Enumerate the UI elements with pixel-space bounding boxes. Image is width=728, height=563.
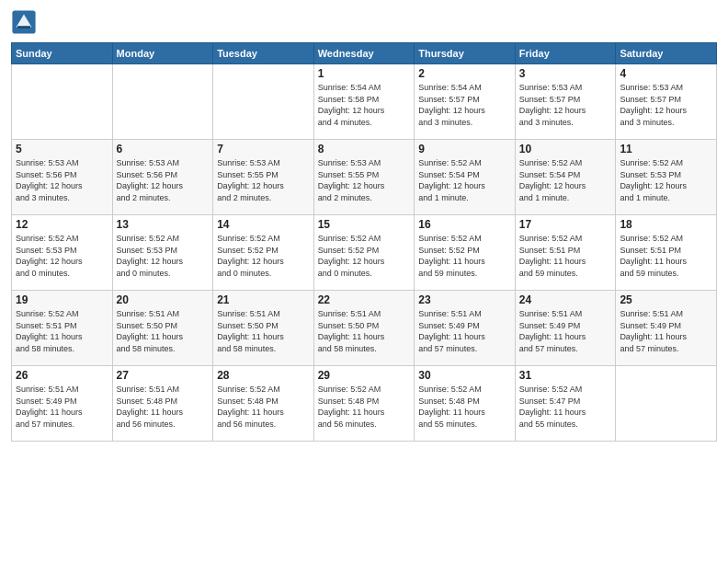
calendar-week-row: 5Sunrise: 5:53 AM Sunset: 5:56 PM Daylig…: [12, 140, 717, 215]
day-number: 6: [117, 143, 210, 155]
col-monday: Monday: [112, 43, 213, 64]
table-row: 9Sunrise: 5:52 AM Sunset: 5:54 PM Daylig…: [415, 140, 516, 215]
table-row: [12, 64, 113, 140]
table-row: 3Sunrise: 5:53 AM Sunset: 5:57 PM Daylig…: [515, 64, 616, 140]
day-info: Sunrise: 5:52 AM Sunset: 5:51 PM Dayligh…: [519, 233, 612, 279]
day-number: 11: [620, 143, 712, 155]
table-row: 11Sunrise: 5:52 AM Sunset: 5:53 PM Dayli…: [616, 140, 717, 215]
col-sunday: Sunday: [12, 43, 113, 64]
day-number: 13: [117, 218, 210, 231]
day-number: 1: [318, 67, 411, 80]
table-row: 21Sunrise: 5:51 AM Sunset: 5:50 PM Dayli…: [213, 291, 314, 366]
calendar-week-row: 26Sunrise: 5:51 AM Sunset: 5:49 PM Dayli…: [12, 366, 717, 442]
day-info: Sunrise: 5:52 AM Sunset: 5:52 PM Dayligh…: [418, 233, 511, 279]
day-number: 16: [418, 218, 511, 231]
col-wednesday: Wednesday: [313, 43, 415, 64]
day-info: Sunrise: 5:51 AM Sunset: 5:49 PM Dayligh…: [16, 384, 108, 430]
table-row: 6Sunrise: 5:53 AM Sunset: 5:56 PM Daylig…: [112, 140, 213, 215]
logo: [11, 9, 39, 35]
table-row: 2Sunrise: 5:54 AM Sunset: 5:57 PM Daylig…: [415, 64, 516, 140]
table-row: 19Sunrise: 5:52 AM Sunset: 5:51 PM Dayli…: [12, 291, 113, 366]
day-info: Sunrise: 5:51 AM Sunset: 5:48 PM Dayligh…: [117, 384, 210, 430]
day-number: 18: [620, 218, 712, 231]
table-row: [616, 366, 717, 442]
table-row: [213, 64, 314, 140]
table-row: 18Sunrise: 5:52 AM Sunset: 5:51 PM Dayli…: [616, 215, 717, 291]
table-row: 8Sunrise: 5:53 AM Sunset: 5:55 PM Daylig…: [313, 140, 415, 215]
table-row: 30Sunrise: 5:52 AM Sunset: 5:48 PM Dayli…: [415, 366, 516, 442]
day-info: Sunrise: 5:52 AM Sunset: 5:51 PM Dayligh…: [16, 308, 108, 354]
day-info: Sunrise: 5:52 AM Sunset: 5:54 PM Dayligh…: [519, 157, 612, 203]
day-info: Sunrise: 5:51 AM Sunset: 5:49 PM Dayligh…: [620, 308, 712, 354]
calendar-table: Sunday Monday Tuesday Wednesday Thursday…: [11, 42, 717, 442]
col-tuesday: Tuesday: [213, 43, 314, 64]
day-number: 31: [519, 369, 612, 382]
day-info: Sunrise: 5:53 AM Sunset: 5:55 PM Dayligh…: [318, 157, 411, 203]
table-row: 24Sunrise: 5:51 AM Sunset: 5:49 PM Dayli…: [515, 291, 616, 366]
day-info: Sunrise: 5:52 AM Sunset: 5:53 PM Dayligh…: [620, 157, 712, 203]
day-info: Sunrise: 5:52 AM Sunset: 5:53 PM Dayligh…: [16, 233, 108, 279]
day-info: Sunrise: 5:52 AM Sunset: 5:48 PM Dayligh…: [318, 384, 411, 430]
table-row: 25Sunrise: 5:51 AM Sunset: 5:49 PM Dayli…: [616, 291, 717, 366]
day-number: 20: [117, 293, 210, 306]
day-info: Sunrise: 5:52 AM Sunset: 5:48 PM Dayligh…: [418, 384, 511, 430]
day-info: Sunrise: 5:52 AM Sunset: 5:52 PM Dayligh…: [318, 233, 411, 279]
calendar-week-row: 12Sunrise: 5:52 AM Sunset: 5:53 PM Dayli…: [12, 215, 717, 291]
table-row: 12Sunrise: 5:52 AM Sunset: 5:53 PM Dayli…: [12, 215, 113, 291]
day-number: 23: [418, 293, 511, 306]
day-info: Sunrise: 5:51 AM Sunset: 5:50 PM Dayligh…: [318, 308, 411, 354]
calendar-week-row: 19Sunrise: 5:52 AM Sunset: 5:51 PM Dayli…: [12, 291, 717, 366]
table-row: 15Sunrise: 5:52 AM Sunset: 5:52 PM Dayli…: [313, 215, 415, 291]
table-row: 20Sunrise: 5:51 AM Sunset: 5:50 PM Dayli…: [112, 291, 213, 366]
day-number: 29: [318, 369, 411, 382]
day-number: 25: [620, 293, 712, 306]
day-number: 12: [16, 218, 108, 231]
day-number: 8: [318, 143, 411, 155]
table-row: 13Sunrise: 5:52 AM Sunset: 5:53 PM Dayli…: [112, 215, 213, 291]
day-info: Sunrise: 5:52 AM Sunset: 5:52 PM Dayligh…: [217, 233, 310, 279]
day-number: 30: [418, 369, 511, 382]
col-thursday: Thursday: [415, 43, 516, 64]
day-number: 24: [519, 293, 612, 306]
day-number: 22: [318, 293, 411, 306]
table-row: [112, 64, 213, 140]
table-row: 5Sunrise: 5:53 AM Sunset: 5:56 PM Daylig…: [12, 140, 113, 215]
day-number: 19: [16, 293, 108, 306]
col-saturday: Saturday: [616, 43, 717, 64]
day-number: 17: [519, 218, 612, 231]
day-number: 5: [16, 143, 108, 155]
table-row: 28Sunrise: 5:52 AM Sunset: 5:48 PM Dayli…: [213, 366, 314, 442]
table-row: 17Sunrise: 5:52 AM Sunset: 5:51 PM Dayli…: [515, 215, 616, 291]
day-info: Sunrise: 5:52 AM Sunset: 5:54 PM Dayligh…: [418, 157, 511, 203]
day-info: Sunrise: 5:53 AM Sunset: 5:57 PM Dayligh…: [519, 82, 612, 128]
day-number: 15: [318, 218, 411, 231]
day-number: 3: [519, 67, 612, 80]
table-row: 1Sunrise: 5:54 AM Sunset: 5:58 PM Daylig…: [313, 64, 415, 140]
table-row: 31Sunrise: 5:52 AM Sunset: 5:47 PM Dayli…: [515, 366, 616, 442]
day-info: Sunrise: 5:51 AM Sunset: 5:50 PM Dayligh…: [217, 308, 310, 354]
table-row: 4Sunrise: 5:53 AM Sunset: 5:57 PM Daylig…: [616, 64, 717, 140]
day-number: 14: [217, 218, 310, 231]
day-number: 28: [217, 369, 310, 382]
table-row: 14Sunrise: 5:52 AM Sunset: 5:52 PM Dayli…: [213, 215, 314, 291]
day-number: 4: [620, 67, 712, 80]
day-info: Sunrise: 5:53 AM Sunset: 5:55 PM Dayligh…: [217, 157, 310, 203]
day-info: Sunrise: 5:51 AM Sunset: 5:49 PM Dayligh…: [519, 308, 612, 354]
day-info: Sunrise: 5:52 AM Sunset: 5:51 PM Dayligh…: [620, 233, 712, 279]
logo-icon: [11, 9, 37, 35]
day-number: 27: [117, 369, 210, 382]
day-number: 2: [418, 67, 511, 80]
day-info: Sunrise: 5:51 AM Sunset: 5:49 PM Dayligh…: [418, 308, 511, 354]
day-info: Sunrise: 5:52 AM Sunset: 5:53 PM Dayligh…: [117, 233, 210, 279]
day-number: 10: [519, 143, 612, 155]
table-row: 10Sunrise: 5:52 AM Sunset: 5:54 PM Dayli…: [515, 140, 616, 215]
calendar-week-row: 1Sunrise: 5:54 AM Sunset: 5:58 PM Daylig…: [12, 64, 717, 140]
day-info: Sunrise: 5:52 AM Sunset: 5:47 PM Dayligh…: [519, 384, 612, 430]
table-row: 27Sunrise: 5:51 AM Sunset: 5:48 PM Dayli…: [112, 366, 213, 442]
table-row: 29Sunrise: 5:52 AM Sunset: 5:48 PM Dayli…: [313, 366, 415, 442]
table-row: 22Sunrise: 5:51 AM Sunset: 5:50 PM Dayli…: [313, 291, 415, 366]
table-row: 26Sunrise: 5:51 AM Sunset: 5:49 PM Dayli…: [12, 366, 113, 442]
day-info: Sunrise: 5:53 AM Sunset: 5:56 PM Dayligh…: [117, 157, 210, 203]
svg-rect-2: [17, 26, 30, 29]
day-number: 21: [217, 293, 310, 306]
